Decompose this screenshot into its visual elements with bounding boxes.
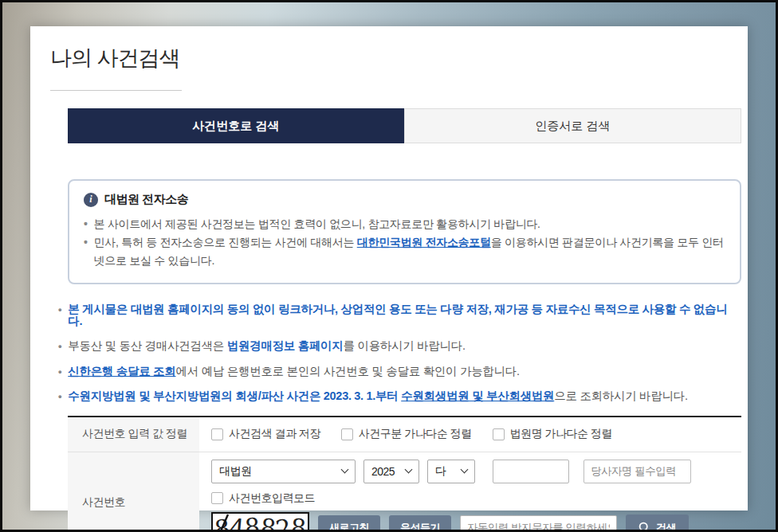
case-number-row-label: 사건번호 <box>68 452 199 532</box>
search-button-label: 검색 <box>656 521 676 532</box>
page-title: 나의 사건검색 <box>50 41 741 72</box>
info-bullet: • 본 사이트에서 제공된 사건정보는 법적인 효력이 없으니, 참고자료로만 … <box>84 215 725 233</box>
save-results-option: 사건검색 결과 저장 <box>211 427 320 441</box>
chevron-down-icon <box>405 466 413 474</box>
captcha-strike-line <box>213 514 308 532</box>
captcha-image: 848828 <box>211 512 309 532</box>
screen-background: 나의 사건검색 사건번호로 검색 인증서로 검색 i 대법원 전자소송 • 본 … <box>0 0 778 532</box>
tab-search-by-case-number[interactable]: 사건번호로 검색 <box>68 108 404 143</box>
court-name-sort-label: 법원명 가나다순 정렬 <box>510 427 612 441</box>
shinhan-delivery-fee-link[interactable]: 신한은행 송달료 조회 <box>68 365 175 377</box>
court-select-value: 대법원 <box>219 464 252 479</box>
chevron-down-icon <box>461 466 469 474</box>
party-name-input[interactable] <box>584 460 691 483</box>
rehabilitation-court-link[interactable]: 수원회생법원 및 부산회생법원 <box>401 389 554 402</box>
case-number-input-mode-option: 사건번호입력모드 <box>211 491 741 506</box>
case-serial-input[interactable] <box>493 460 569 483</box>
case-number-input-mode-label: 사건번호입력모드 <box>229 491 315 506</box>
ecfs-portal-link[interactable]: 대한민국법원 전자소송포털 <box>357 236 491 248</box>
case-search-card: 나의 사건검색 사건번호로 검색 인증서로 검색 i 대법원 전자소송 • 본 … <box>30 26 748 510</box>
info-box-title: 대법원 전자소송 <box>104 192 188 207</box>
tab-search-by-certificate[interactable]: 인증서로 검색 <box>404 108 742 143</box>
captcha-input[interactable] <box>460 515 617 532</box>
case-type-sort-label: 사건구분 가나다순 정렬 <box>359 427 472 441</box>
court-name-sort-checkbox[interactable] <box>493 428 505 440</box>
tab-bar: 사건번호로 검색 인증서로 검색 <box>68 108 741 143</box>
save-results-checkbox[interactable] <box>211 428 223 440</box>
sort-row-label: 사건번호 입력 값 정렬 <box>68 417 199 452</box>
sort-options-row: 사건번호 입력 값 정렬 사건검색 결과 저장 사건구분 가나다순 정렬 법원명… <box>68 417 741 452</box>
notice-item: • 수원지방법원 및 부산지방법원의 회생/파산 사건은 2023. 3. 1.… <box>58 390 741 402</box>
notice-item: • 신한은행 송달료 조회에서 예납 은행번호로 본인의 사건번호 및 송달료 … <box>58 366 741 377</box>
court-name-sort-option: 법원명 가나다순 정렬 <box>493 427 612 441</box>
info-box: i 대법원 전자소송 • 본 사이트에서 제공된 사건정보는 법적인 효력이 없… <box>68 179 741 284</box>
court-auction-link[interactable]: 법원경매정보 홈페이지 <box>227 339 344 352</box>
case-type-select-value: 다 <box>435 464 446 479</box>
search-icon <box>639 522 650 532</box>
notice-item: • 본 게시물은 대법원 홈페이지의 동의 없이 링크하거나, 상업적인 용도 … <box>58 303 741 327</box>
captcha-audio-button[interactable]: 음성듣기 <box>389 515 451 532</box>
case-type-sort-option: 사건구분 가나다순 정렬 <box>341 427 472 441</box>
chevron-down-icon <box>341 466 349 474</box>
info-bullet: • 민사, 특허 등 전자소송으로 진행되는 사건에 대해서는 대한민국법원 전… <box>84 233 725 270</box>
court-select[interactable]: 대법원 <box>211 460 356 483</box>
notice-list: • 본 게시물은 대법원 홈페이지의 동의 없이 링크하거나, 상업적인 용도 … <box>58 303 741 402</box>
search-button[interactable]: 검색 <box>626 514 689 532</box>
save-results-label: 사건검색 결과 저장 <box>229 427 320 441</box>
year-select-value: 2025 <box>371 465 395 478</box>
info-icon: i <box>84 193 98 207</box>
case-type-sort-checkbox[interactable] <box>341 428 353 440</box>
year-select[interactable]: 2025 <box>363 460 419 483</box>
notice-item: • 부동산 및 동산 경매사건검색은 법원경매정보 홈페이지를 이용하시기 바랍… <box>58 340 741 352</box>
case-type-select[interactable]: 다 <box>427 460 475 483</box>
search-form-table: 사건번호 입력 값 정렬 사건검색 결과 저장 사건구분 가나다순 정렬 법원명… <box>68 416 741 532</box>
case-number-row: 사건번호 대법원 2025 다 <box>68 452 741 532</box>
title-divider <box>50 90 182 91</box>
captcha-refresh-button[interactable]: 새로고침 <box>318 515 380 532</box>
case-number-input-mode-checkbox[interactable] <box>211 492 223 504</box>
